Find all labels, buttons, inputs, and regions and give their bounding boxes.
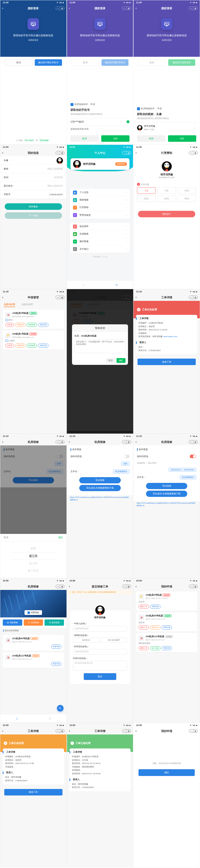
- feedback-modal: 报修反馈 机器：201机房56机器 取消确定: [72, 324, 128, 365]
- submit-button[interactable]: 提交: [84, 673, 116, 680]
- menu-profile[interactable]: ◐个人信息›: [70, 189, 130, 196]
- ticket-item[interactable]: 🖥203机房121号机器 待处理提交于:2022-03-23 11:17 查看详…: [3, 652, 64, 668]
- time-switch[interactable]: [123, 455, 130, 458]
- donate-button[interactable]: 赏给他了: [138, 211, 195, 217]
- back-icon[interactable]: ‹: [2, 6, 3, 10]
- bind-phone-button[interactable]: 微信用户绑定手机号: [35, 59, 62, 66]
- allow-button[interactable]: 允许: [101, 135, 130, 142]
- ticket-item[interactable]: 🖥203机房121号机器 已完成提交于:2022-03-23 11:17 测试测…: [136, 633, 197, 652]
- done-button[interactable]: 已处理: [5, 323, 14, 327]
- tool-icon: [28, 612, 30, 614]
- my-repair-button[interactable]: ▤我的报修: [3, 619, 22, 626]
- ticket-item[interactable]: 🖥201机房56号机器 待处理提交于:2022-03-23 11:17 查看详情: [3, 635, 64, 651]
- amount-30[interactable]: 30元: [137, 195, 156, 202]
- room-select[interactable]: 选择机房: [73, 638, 99, 643]
- x-icon: ✕: [137, 308, 140, 311]
- deny-button[interactable]: 取消: [70, 135, 99, 142]
- menu-wechat[interactable]: ✉微信客服›: [70, 238, 130, 245]
- export-button[interactable]: 导出报表: [146, 483, 188, 489]
- tab-me[interactable]: ☺: [33, 714, 66, 722]
- repair-button[interactable]: 我要报修: [25, 610, 42, 615]
- menu-report[interactable]: ▦生成报表›: [70, 230, 130, 238]
- picker-option[interactable]: 近三天: [10, 552, 57, 560]
- void-button[interactable]: 作废处理: [15, 323, 26, 327]
- progress-button[interactable]: ◔修理进度: [44, 619, 64, 626]
- download-link[interactable]: https://7375-sushebaoxu-1gq88bdd351bo-13…: [133, 502, 200, 507]
- seg-pending[interactable]: 当前未处理: [4, 303, 15, 306]
- capsule-menu-icon[interactable]: ⋯: [56, 6, 60, 10]
- picker-option[interactable]: 近七天: [0, 560, 67, 567]
- menu-my-repair[interactable]: ▤我的报修›: [70, 196, 130, 204]
- back-icon[interactable]: ‹: [69, 6, 70, 10]
- phone-input[interactable]: 请填写联系电话: [73, 649, 127, 654]
- auth-headline: 获得你的手机号和头像以及昵称信息: [13, 34, 53, 37]
- ticket-item[interactable]: 🖥201机房56号机器 未处理提交于:2022-03-23 11:17 未处理 …: [136, 612, 197, 631]
- privacy-link[interactable]: 《隐私策略》: [38, 139, 50, 142]
- time-chip[interactable]: 全部: [121, 462, 130, 466]
- gender-cell[interactable]: 性别未知性别: [0, 173, 67, 182]
- time-switch[interactable]: [190, 455, 196, 458]
- modal-ok[interactable]: 确定: [116, 358, 126, 363]
- download-link[interactable]: https://7375-sushebaoxu-1gq88bdd351bo-13…: [67, 496, 133, 501]
- phone-option[interactable]: 176****9037✓: [70, 118, 130, 125]
- svg-point-16: [75, 162, 76, 163]
- fab-button[interactable]: ✎: [57, 705, 64, 711]
- nickname-cell[interactable]: 昵称请输入您的昵称: [0, 165, 67, 173]
- amount-1[interactable]: 1元: [137, 187, 156, 194]
- menu-admin[interactable]: ✶管理员核查›: [70, 211, 130, 219]
- modal-cancel[interactable]: 取消: [106, 358, 115, 363]
- confirm-button[interactable]: 确定: [138, 769, 195, 776]
- save-button[interactable]: 保存修改: [5, 203, 62, 210]
- picker-cancel[interactable]: 取消: [4, 536, 8, 539]
- export-button[interactable]: 导出报表: [79, 477, 121, 484]
- amount-80[interactable]: 80元: [177, 195, 196, 202]
- capsule-close-icon[interactable]: ◎: [60, 6, 65, 10]
- machine-input[interactable]: 输入机器编号: [101, 638, 127, 643]
- empty-state-screen: 10:59ᯤ 4G■ ‹我的申报⋯◎ 抱歉，您并未进行任何报修申报 确定: [133, 723, 200, 867]
- allow-button[interactable]: 允许: [168, 135, 196, 142]
- cancel-button[interactable]: 取消处理: [27, 323, 37, 327]
- feedback-textarea[interactable]: [74, 339, 126, 353]
- deny-button[interactable]: 拒绝: [137, 135, 165, 142]
- realname-cell[interactable]: 真实姓名请输入您的姓名: [0, 182, 67, 190]
- cancel-button[interactable]: 取消: [5, 59, 32, 66]
- svg-point-13: [60, 159, 61, 160]
- seg-done[interactable]: 当前已处理: [22, 303, 33, 306]
- menu-call[interactable]: ✆电话直呼›: [70, 223, 130, 230]
- ticket-item[interactable]: 🖥106机房2号机器 已取消程序员阿鑫 www.ixiyao.com ▿ 测试 …: [3, 310, 64, 329]
- use-other-phone[interactable]: 使用其他手机号码: [70, 125, 130, 133]
- ticket-item[interactable]: ⚡203机房1号机器 已作废程序员阿鑫 www.ixiyao.com ▿ 小测试…: [3, 330, 64, 350]
- desc-input[interactable]: 请详细说明故障详述: [73, 661, 127, 671]
- picker-ok[interactable]: 确定: [59, 536, 63, 539]
- tab-home[interactable]: ⌂: [0, 714, 33, 722]
- amount-5[interactable]: 5元: [157, 187, 176, 194]
- picker-option[interactable]: 近十五天: [0, 567, 67, 575]
- support-button[interactable]: ☏在线客服: [24, 619, 43, 626]
- terms-link[interactable]: 《用户条款》: [23, 139, 35, 142]
- modify-ticket-button[interactable]: 修改工单: [4, 789, 63, 796]
- filename-chip[interactable]: 机房维修报表: [113, 469, 130, 474]
- phone-cell[interactable]: 手机号17603019037: [0, 190, 67, 199]
- picker-option[interactable]: 全部: [0, 545, 67, 552]
- menu-about[interactable]: ⓘ关于我们›: [70, 245, 130, 253]
- user-card[interactable]: 程序员阿鑫 超级管理员: [70, 158, 130, 170]
- amount-10[interactable]: 10元: [177, 187, 196, 194]
- check-icon: ✓: [70, 741, 74, 745]
- manage-list-screen: 11:18ᯤ 4G■ ‹申报管理⋯◎ 当前未处理当前已处理 🖥106机房2号机器…: [0, 289, 67, 434]
- date-chip[interactable]: 2022/03/19 — 2022/03/26: [168, 468, 196, 472]
- menu-donate[interactable]: ♡打赏赞助›: [70, 204, 130, 211]
- next-button[interactable]: 下一次改: [5, 212, 62, 219]
- x-icon: ✕: [4, 741, 7, 745]
- amount-50[interactable]: 50元: [157, 195, 176, 202]
- submit-ticket-screen: 10:59ᯤ 4G■ ‹提交报修工单⋯◎ ⚠您好，请记录一条人员报修信息工单在机…: [67, 578, 133, 723]
- profile-option[interactable]: 程序员阿鑫微信个人信息 ›: [137, 122, 196, 133]
- tab-home[interactable]: ⌂: [67, 281, 100, 289]
- version-text: 当前版本：3.1.0: [67, 255, 133, 258]
- modify-ticket-button[interactable]: 修改工单: [137, 359, 196, 365]
- tab-me[interactable]: ☺: [100, 281, 133, 289]
- reporter-input[interactable]: 请填写真实姓名: [73, 626, 127, 631]
- svg-rect-1: [33, 26, 34, 26]
- avatar-cell[interactable]: 头像: [0, 156, 67, 165]
- detail-button[interactable]: 查看详情: [38, 323, 48, 327]
- ticket-item[interactable]: ⚡106机房2号机器 已处理提交于:2022-03-22 11:18:43 已处…: [136, 591, 197, 611]
